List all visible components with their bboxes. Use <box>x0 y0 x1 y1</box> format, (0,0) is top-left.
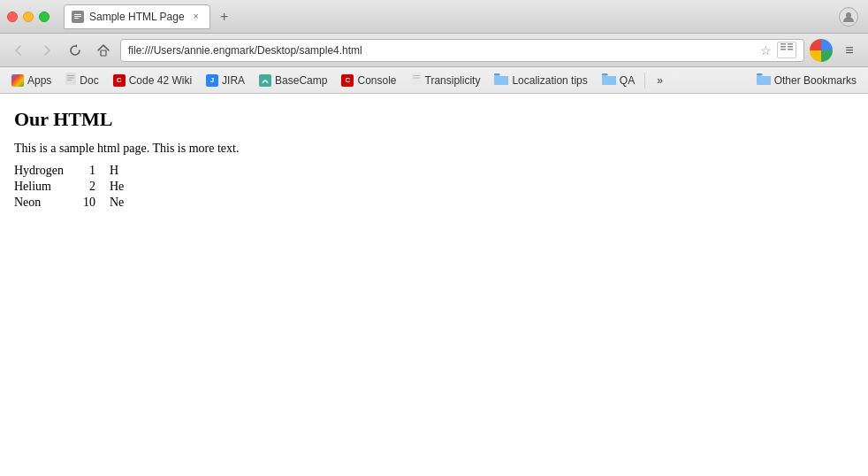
close-button[interactable] <box>7 12 18 22</box>
table-row: Hydrogen 1 H <box>14 163 131 179</box>
bookmark-qa-label: QA <box>620 74 635 87</box>
element-symbol: H <box>103 163 131 179</box>
back-button[interactable] <box>7 39 30 62</box>
jira-icon: J <box>206 74 218 87</box>
bookmark-transiplicity[interactable]: Transiplicity <box>405 71 487 90</box>
refresh-button[interactable] <box>64 39 87 62</box>
bookmark-code42wiki[interactable]: C Code 42 Wiki <box>107 71 198 90</box>
table-row: Neon 10 Ne <box>14 195 131 211</box>
main-menu-button[interactable]: ≡ <box>838 39 861 62</box>
tab-title: Sample HTML Page <box>89 11 185 23</box>
svg-rect-17 <box>413 75 420 76</box>
svg-rect-12 <box>65 73 76 85</box>
element-number: 2 <box>76 179 103 195</box>
svg-rect-18 <box>413 78 420 79</box>
address-input[interactable] <box>128 44 755 57</box>
more-icon: » <box>657 74 663 87</box>
bookmark-code42wiki-label: Code 42 Wiki <box>129 74 192 87</box>
address-bar-container[interactable]: ☆ <box>120 39 804 62</box>
doc-icon <box>65 73 76 88</box>
element-number: 1 <box>76 163 103 179</box>
element-name: Hydrogen <box>14 163 76 179</box>
svg-rect-9 <box>788 43 793 45</box>
bookmark-other-label: Other Bookmarks <box>774 74 857 87</box>
tab-favicon <box>72 11 84 23</box>
element-name: Neon <box>14 195 76 211</box>
bookmark-localization[interactable]: Localization tips <box>488 71 593 90</box>
apps-icon <box>11 74 24 87</box>
element-number: 10 <box>76 195 103 211</box>
bookmarks-bar: Apps Doc C Code 42 Wiki J JIRA BaseCamp … <box>0 67 868 94</box>
bookmark-other[interactable]: Other Bookmarks <box>750 71 863 90</box>
bookmark-qa[interactable]: QA <box>596 71 641 90</box>
bookmark-console[interactable]: C Console <box>335 71 402 90</box>
elements-table: Hydrogen 1 H Helium 2 He Neon 10 Ne <box>14 163 131 211</box>
profile-button[interactable] <box>836 4 861 29</box>
element-name: Helium <box>14 179 76 195</box>
svg-rect-10 <box>788 46 793 48</box>
profile-icon <box>839 7 858 27</box>
navbar: ☆ ≡ <box>0 34 868 67</box>
bookmark-doc-label: Doc <box>80 74 98 87</box>
bookmark-localization-label: Localization tips <box>512 74 587 87</box>
home-button[interactable] <box>92 39 115 62</box>
chrome-menu-icon[interactable] <box>810 39 833 62</box>
page-heading: Our HTML <box>14 108 854 131</box>
console-icon: C <box>341 74 354 87</box>
titlebar: Sample HTML Page × + <box>0 0 868 34</box>
bookmarks-more-button[interactable]: » <box>651 71 669 90</box>
bookmark-jira[interactable]: J JIRA <box>200 71 251 90</box>
traffic-lights <box>7 12 49 22</box>
bookmark-jira-label: JIRA <box>222 74 245 87</box>
svg-rect-3 <box>74 18 79 19</box>
page-intro: This is a sample html page. This is more… <box>14 142 854 156</box>
svg-rect-1 <box>74 14 81 15</box>
bookmark-apps-label: Apps <box>27 74 51 87</box>
svg-rect-6 <box>780 43 786 45</box>
reader-button[interactable] <box>777 42 796 58</box>
element-symbol: Ne <box>103 195 131 211</box>
new-tab-button[interactable]: + <box>214 6 235 27</box>
other-bookmarks-icon <box>757 73 771 88</box>
svg-rect-14 <box>67 78 74 79</box>
bookmark-console-label: Console <box>357 74 396 87</box>
table-row: Helium 2 He <box>14 179 131 195</box>
bookmarks-separator <box>644 73 645 88</box>
bookmark-transiplicity-label: Transiplicity <box>425 74 481 87</box>
transiplicity-icon <box>411 73 422 88</box>
svg-rect-11 <box>788 49 793 50</box>
svg-rect-16 <box>411 73 422 85</box>
page-content: Our HTML This is a sample html page. Thi… <box>0 94 868 476</box>
svg-rect-7 <box>780 46 786 48</box>
svg-rect-13 <box>67 75 74 76</box>
bookmark-doc[interactable]: Doc <box>59 71 104 90</box>
bookmark-basecamp[interactable]: BaseCamp <box>253 71 333 90</box>
minimize-button[interactable] <box>23 12 34 22</box>
maximize-button[interactable] <box>39 12 49 22</box>
svg-rect-2 <box>74 16 81 17</box>
tab-bar: Sample HTML Page × + <box>64 4 829 29</box>
code42-icon: C <box>113 74 126 87</box>
svg-rect-8 <box>780 49 786 50</box>
tab-close-button[interactable]: × <box>190 11 202 23</box>
element-symbol: He <box>103 179 131 195</box>
bookmark-basecamp-label: BaseCamp <box>275 74 327 87</box>
svg-rect-15 <box>67 80 72 81</box>
qa-folder-icon <box>602 73 616 88</box>
bookmark-star[interactable]: ☆ <box>760 43 772 58</box>
basecamp-icon <box>259 74 271 87</box>
bookmark-apps[interactable]: Apps <box>5 71 57 90</box>
active-tab[interactable]: Sample HTML Page × <box>64 4 210 29</box>
forward-button[interactable] <box>35 39 58 62</box>
localization-folder-icon <box>494 73 508 88</box>
svg-rect-5 <box>101 50 106 56</box>
